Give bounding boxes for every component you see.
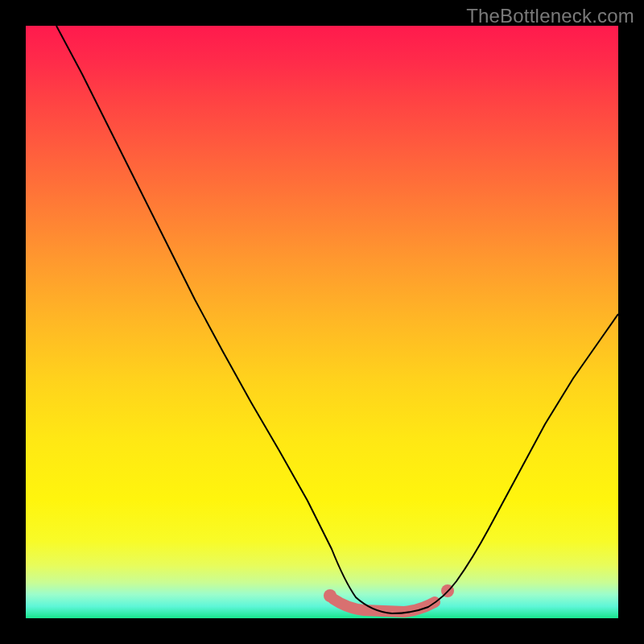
- chart-plot-area: [26, 26, 618, 618]
- bottleneck-curve: [56, 26, 618, 613]
- watermark-text: TheBottleneck.com: [466, 5, 634, 27]
- chart-svg: [26, 26, 618, 618]
- highlight-dot-left: [324, 589, 336, 602]
- highlight-zone: [324, 584, 454, 612]
